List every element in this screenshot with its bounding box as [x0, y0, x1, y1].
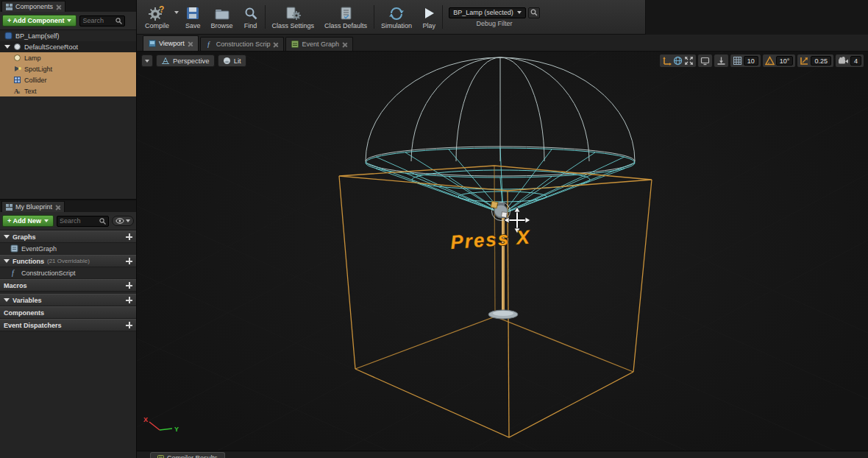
add-event-dispatcher-button[interactable]	[126, 322, 132, 328]
grid-snap-control[interactable]: 10	[730, 54, 761, 67]
class-defaults-button[interactable]: Class Defaults	[319, 1, 372, 32]
components-tab-label: Components	[15, 3, 53, 10]
play-label: Play	[422, 22, 435, 29]
add-component-button[interactable]: + Add Component	[2, 15, 77, 27]
chevron-down-icon	[145, 60, 149, 63]
expander-icon[interactable]	[4, 259, 10, 263]
scale-snap-value[interactable]: 0.25	[811, 56, 831, 66]
tree-item-bp-lamp-self[interactable]: BP_Lamp(self)	[0, 30, 136, 41]
compiler-results-tab[interactable]: Compiler Results	[150, 452, 225, 458]
debug-object-search-button[interactable]	[528, 7, 540, 18]
expander-icon[interactable]	[4, 45, 10, 49]
world-space-icon[interactable]	[673, 56, 683, 66]
my-blueprint-tab[interactable]: My Blueprint	[1, 201, 65, 212]
compiler-results-icon	[157, 455, 164, 458]
camera-options-button[interactable]	[698, 54, 712, 67]
add-variable-button[interactable]	[126, 297, 132, 303]
section-macros[interactable]: Macros	[0, 279, 136, 292]
section-components[interactable]: Components	[0, 306, 136, 319]
maximize-viewport-icon[interactable]	[684, 56, 694, 66]
chevron-down-icon	[44, 219, 49, 222]
document-tab-bar: Viewport f Construction Scrip Event Grap…	[137, 35, 868, 52]
class-defaults-icon	[338, 5, 353, 21]
svg-text:?: ?	[159, 5, 164, 15]
grid-snap-value[interactable]: 10	[744, 56, 758, 66]
class-settings-button[interactable]: Class Settings	[267, 1, 320, 32]
tab-event-graph[interactable]: Event Graph	[285, 37, 353, 51]
save-button[interactable]: Save	[180, 1, 206, 32]
compile-options-button[interactable]	[174, 1, 180, 32]
visibility-filter-button[interactable]	[112, 216, 134, 226]
my-blueprint-search-input[interactable]	[60, 217, 99, 225]
section-label: Macros	[4, 282, 27, 289]
play-button[interactable]: Play	[417, 1, 441, 32]
main-toolbar: ? Compile Save Browse	[137, 0, 646, 35]
expander-icon[interactable]	[4, 235, 10, 239]
section-label: Variables	[13, 297, 42, 304]
close-icon[interactable]	[342, 42, 347, 47]
panel-grid-icon	[6, 4, 13, 10]
panel-grid-icon	[6, 204, 13, 211]
browse-label: Browse	[211, 22, 233, 29]
camera-speed-control[interactable]: 4	[836, 54, 864, 67]
item-event-graph[interactable]: EventGraph	[0, 243, 136, 255]
tree-item-collider[interactable]: Collider	[0, 74, 136, 85]
lit-icon	[223, 57, 231, 65]
close-icon[interactable]	[56, 4, 61, 10]
surface-snapping-button[interactable]	[714, 54, 728, 67]
item-construction-script[interactable]: f ConstructionScript	[0, 267, 136, 279]
viewport-panel[interactable]: Press X X Y Perspective	[137, 52, 868, 451]
tree-item-label: BP_Lamp(self)	[15, 32, 60, 40]
find-label: Find	[244, 22, 257, 29]
close-icon[interactable]	[188, 41, 193, 46]
perspective-button[interactable]: Perspective	[156, 54, 215, 67]
section-label: Functions	[13, 258, 44, 265]
selected-components-block: Lamp SpotLight Collider Aa Text	[0, 52, 136, 96]
tab-viewport[interactable]: Viewport	[143, 35, 199, 51]
blueprint-editor-window: Components + Add Component BP_Lamp(self)	[0, 0, 868, 458]
viewport-right-controls: 10 10° 0.25	[660, 54, 864, 67]
viewport-scene[interactable]: Press X X Y	[137, 52, 868, 451]
tree-item-text[interactable]: Aa Text	[0, 85, 136, 96]
scene-root-icon	[13, 43, 21, 51]
add-new-button[interactable]: + Add New	[2, 215, 54, 227]
viewport-tab-icon	[149, 40, 156, 47]
functions-overridable-note: (21 Overridable)	[47, 258, 90, 264]
section-functions[interactable]: Functions (21 Overridable)	[0, 255, 136, 267]
screen-icon	[700, 56, 710, 66]
section-graphs[interactable]: Graphs	[0, 230, 136, 243]
tree-item-spotlight[interactable]: SpotLight	[0, 63, 136, 74]
tree-item-default-scene-root[interactable]: DefaultSceneRoot	[0, 41, 136, 52]
simulation-button[interactable]: Simulation	[376, 1, 417, 32]
section-variables[interactable]: Variables	[0, 294, 136, 306]
debug-filter-group: BP_Lamp (selected) Debug Filter	[449, 1, 540, 32]
debug-object-select[interactable]: BP_Lamp (selected)	[449, 7, 526, 18]
find-button[interactable]: Find	[238, 1, 263, 32]
my-blueprint-search[interactable]	[57, 216, 109, 227]
compile-button[interactable]: ? Compile	[140, 1, 174, 32]
add-graph-button[interactable]	[126, 233, 132, 240]
components-search-input[interactable]	[82, 17, 115, 24]
expander-icon[interactable]	[4, 298, 10, 302]
gizmo-coord-icon[interactable]	[662, 56, 672, 66]
lit-mode-button[interactable]: Lit	[218, 54, 246, 67]
svg-text:f: f	[207, 40, 210, 48]
camera-speed-value[interactable]: 4	[850, 56, 861, 66]
item-label: EventGraph	[21, 245, 57, 253]
close-icon[interactable]	[55, 205, 60, 210]
components-search[interactable]	[79, 15, 125, 27]
tree-item-label: Lamp	[24, 54, 41, 62]
viewport-options-button[interactable]	[141, 54, 153, 67]
components-tab[interactable]: Components	[1, 1, 65, 12]
rotation-snap-value[interactable]: 10°	[776, 56, 794, 66]
add-macro-button[interactable]	[126, 282, 132, 289]
tree-item-lamp[interactable]: Lamp	[0, 52, 136, 63]
section-event-dispatchers[interactable]: Event Dispatchers	[0, 319, 136, 331]
rotation-snap-control[interactable]: 10°	[763, 54, 796, 67]
tree-item-label: DefaultSceneRoot	[24, 43, 78, 51]
close-icon[interactable]	[273, 42, 278, 47]
add-function-button[interactable]	[126, 258, 132, 264]
browse-button[interactable]: Browse	[206, 1, 238, 32]
scale-snap-control[interactable]: 0.25	[797, 54, 833, 67]
tab-construction-script[interactable]: f Construction Scrip	[200, 37, 285, 51]
